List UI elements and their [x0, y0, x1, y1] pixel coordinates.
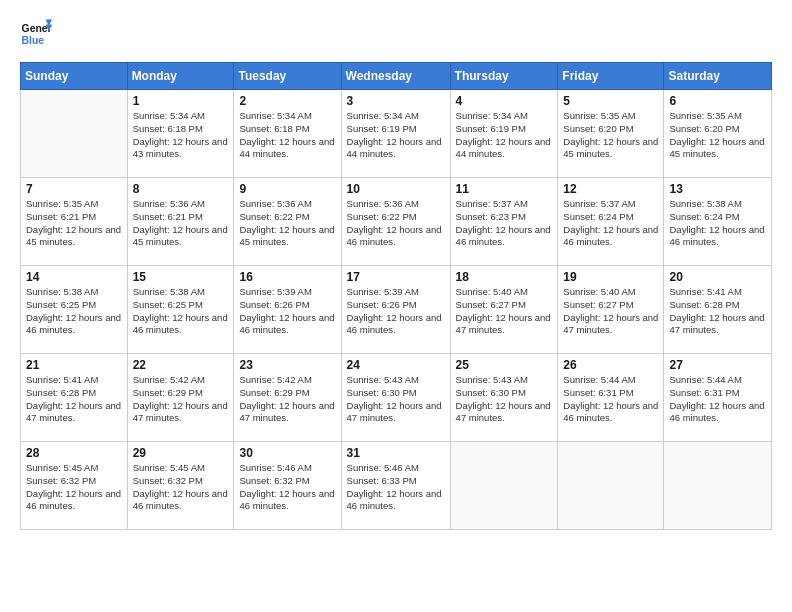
day-info: Sunrise: 5:37 AMSunset: 6:23 PMDaylight:…	[456, 198, 553, 249]
day-info: Sunrise: 5:35 AMSunset: 6:21 PMDaylight:…	[26, 198, 122, 249]
calendar-cell: 5Sunrise: 5:35 AMSunset: 6:20 PMDaylight…	[558, 90, 664, 178]
day-info: Sunrise: 5:38 AMSunset: 6:24 PMDaylight:…	[669, 198, 766, 249]
calendar-cell: 7Sunrise: 5:35 AMSunset: 6:21 PMDaylight…	[21, 178, 128, 266]
day-info: Sunrise: 5:45 AMSunset: 6:32 PMDaylight:…	[133, 462, 229, 513]
calendar-cell: 26Sunrise: 5:44 AMSunset: 6:31 PMDayligh…	[558, 354, 664, 442]
day-number: 23	[239, 358, 335, 372]
day-number: 24	[347, 358, 445, 372]
svg-text:Blue: Blue	[22, 35, 45, 46]
logo: General Blue	[20, 18, 56, 50]
day-info: Sunrise: 5:34 AMSunset: 6:19 PMDaylight:…	[456, 110, 553, 161]
day-number: 11	[456, 182, 553, 196]
weekday-header-thursday: Thursday	[450, 63, 558, 90]
calendar-cell: 16Sunrise: 5:39 AMSunset: 6:26 PMDayligh…	[234, 266, 341, 354]
calendar-cell: 12Sunrise: 5:37 AMSunset: 6:24 PMDayligh…	[558, 178, 664, 266]
day-info: Sunrise: 5:39 AMSunset: 6:26 PMDaylight:…	[239, 286, 335, 337]
day-info: Sunrise: 5:35 AMSunset: 6:20 PMDaylight:…	[563, 110, 658, 161]
calendar-cell: 1Sunrise: 5:34 AMSunset: 6:18 PMDaylight…	[127, 90, 234, 178]
day-info: Sunrise: 5:41 AMSunset: 6:28 PMDaylight:…	[669, 286, 766, 337]
day-number: 2	[239, 94, 335, 108]
day-info: Sunrise: 5:46 AMSunset: 6:33 PMDaylight:…	[347, 462, 445, 513]
day-info: Sunrise: 5:35 AMSunset: 6:20 PMDaylight:…	[669, 110, 766, 161]
calendar-cell: 11Sunrise: 5:37 AMSunset: 6:23 PMDayligh…	[450, 178, 558, 266]
day-number: 10	[347, 182, 445, 196]
calendar-cell: 22Sunrise: 5:42 AMSunset: 6:29 PMDayligh…	[127, 354, 234, 442]
day-info: Sunrise: 5:40 AMSunset: 6:27 PMDaylight:…	[563, 286, 658, 337]
day-number: 13	[669, 182, 766, 196]
calendar-cell: 28Sunrise: 5:45 AMSunset: 6:32 PMDayligh…	[21, 442, 128, 530]
day-number: 12	[563, 182, 658, 196]
weekday-header-monday: Monday	[127, 63, 234, 90]
day-info: Sunrise: 5:34 AMSunset: 6:18 PMDaylight:…	[133, 110, 229, 161]
weekday-header-friday: Friday	[558, 63, 664, 90]
calendar-cell: 31Sunrise: 5:46 AMSunset: 6:33 PMDayligh…	[341, 442, 450, 530]
day-number: 5	[563, 94, 658, 108]
calendar-week-4: 21Sunrise: 5:41 AMSunset: 6:28 PMDayligh…	[21, 354, 772, 442]
day-info: Sunrise: 5:36 AMSunset: 6:22 PMDaylight:…	[239, 198, 335, 249]
calendar-cell: 17Sunrise: 5:39 AMSunset: 6:26 PMDayligh…	[341, 266, 450, 354]
weekday-header-saturday: Saturday	[664, 63, 772, 90]
day-number: 7	[26, 182, 122, 196]
day-info: Sunrise: 5:42 AMSunset: 6:29 PMDaylight:…	[133, 374, 229, 425]
calendar-cell: 3Sunrise: 5:34 AMSunset: 6:19 PMDaylight…	[341, 90, 450, 178]
day-info: Sunrise: 5:44 AMSunset: 6:31 PMDaylight:…	[669, 374, 766, 425]
day-number: 21	[26, 358, 122, 372]
day-info: Sunrise: 5:44 AMSunset: 6:31 PMDaylight:…	[563, 374, 658, 425]
day-info: Sunrise: 5:36 AMSunset: 6:22 PMDaylight:…	[347, 198, 445, 249]
day-info: Sunrise: 5:37 AMSunset: 6:24 PMDaylight:…	[563, 198, 658, 249]
day-info: Sunrise: 5:43 AMSunset: 6:30 PMDaylight:…	[456, 374, 553, 425]
day-info: Sunrise: 5:39 AMSunset: 6:26 PMDaylight:…	[347, 286, 445, 337]
calendar-cell: 6Sunrise: 5:35 AMSunset: 6:20 PMDaylight…	[664, 90, 772, 178]
day-number: 9	[239, 182, 335, 196]
weekday-header-sunday: Sunday	[21, 63, 128, 90]
calendar-cell: 25Sunrise: 5:43 AMSunset: 6:30 PMDayligh…	[450, 354, 558, 442]
calendar-week-5: 28Sunrise: 5:45 AMSunset: 6:32 PMDayligh…	[21, 442, 772, 530]
calendar-cell: 27Sunrise: 5:44 AMSunset: 6:31 PMDayligh…	[664, 354, 772, 442]
calendar-week-2: 7Sunrise: 5:35 AMSunset: 6:21 PMDaylight…	[21, 178, 772, 266]
weekday-header-wednesday: Wednesday	[341, 63, 450, 90]
calendar-cell: 24Sunrise: 5:43 AMSunset: 6:30 PMDayligh…	[341, 354, 450, 442]
day-number: 14	[26, 270, 122, 284]
header: General Blue	[20, 18, 772, 50]
calendar-cell	[664, 442, 772, 530]
calendar-cell	[558, 442, 664, 530]
calendar-cell: 30Sunrise: 5:46 AMSunset: 6:32 PMDayligh…	[234, 442, 341, 530]
day-number: 31	[347, 446, 445, 460]
day-number: 8	[133, 182, 229, 196]
day-info: Sunrise: 5:46 AMSunset: 6:32 PMDaylight:…	[239, 462, 335, 513]
day-info: Sunrise: 5:43 AMSunset: 6:30 PMDaylight:…	[347, 374, 445, 425]
day-number: 3	[347, 94, 445, 108]
day-number: 30	[239, 446, 335, 460]
day-number: 19	[563, 270, 658, 284]
day-info: Sunrise: 5:34 AMSunset: 6:18 PMDaylight:…	[239, 110, 335, 161]
calendar-cell: 14Sunrise: 5:38 AMSunset: 6:25 PMDayligh…	[21, 266, 128, 354]
logo-icon: General Blue	[20, 18, 52, 50]
day-number: 29	[133, 446, 229, 460]
calendar-week-1: 1Sunrise: 5:34 AMSunset: 6:18 PMDaylight…	[21, 90, 772, 178]
day-number: 20	[669, 270, 766, 284]
day-info: Sunrise: 5:38 AMSunset: 6:25 PMDaylight:…	[133, 286, 229, 337]
day-number: 25	[456, 358, 553, 372]
day-number: 17	[347, 270, 445, 284]
calendar-cell: 9Sunrise: 5:36 AMSunset: 6:22 PMDaylight…	[234, 178, 341, 266]
calendar-cell: 18Sunrise: 5:40 AMSunset: 6:27 PMDayligh…	[450, 266, 558, 354]
day-info: Sunrise: 5:36 AMSunset: 6:21 PMDaylight:…	[133, 198, 229, 249]
day-number: 28	[26, 446, 122, 460]
calendar-week-3: 14Sunrise: 5:38 AMSunset: 6:25 PMDayligh…	[21, 266, 772, 354]
calendar-table: SundayMondayTuesdayWednesdayThursdayFrid…	[20, 62, 772, 530]
calendar-cell: 19Sunrise: 5:40 AMSunset: 6:27 PMDayligh…	[558, 266, 664, 354]
day-number: 6	[669, 94, 766, 108]
calendar-cell: 4Sunrise: 5:34 AMSunset: 6:19 PMDaylight…	[450, 90, 558, 178]
day-number: 1	[133, 94, 229, 108]
day-number: 16	[239, 270, 335, 284]
calendar-cell: 2Sunrise: 5:34 AMSunset: 6:18 PMDaylight…	[234, 90, 341, 178]
calendar-cell: 21Sunrise: 5:41 AMSunset: 6:28 PMDayligh…	[21, 354, 128, 442]
day-number: 27	[669, 358, 766, 372]
day-number: 18	[456, 270, 553, 284]
calendar-cell	[450, 442, 558, 530]
calendar-cell: 13Sunrise: 5:38 AMSunset: 6:24 PMDayligh…	[664, 178, 772, 266]
day-number: 4	[456, 94, 553, 108]
calendar-cell: 10Sunrise: 5:36 AMSunset: 6:22 PMDayligh…	[341, 178, 450, 266]
weekday-header-tuesday: Tuesday	[234, 63, 341, 90]
day-number: 26	[563, 358, 658, 372]
